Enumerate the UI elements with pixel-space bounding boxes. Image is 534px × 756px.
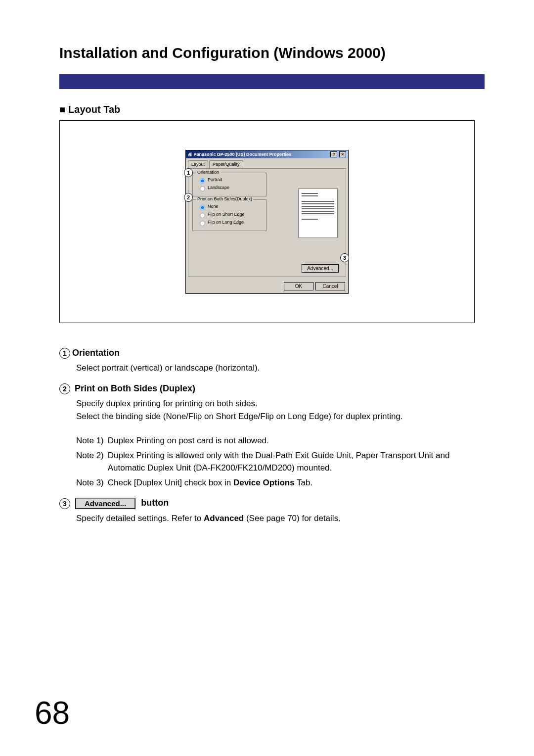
section-3-body-b: (See page 70) for details.	[244, 514, 341, 523]
callout-1: 1	[184, 168, 193, 177]
note-3-a: Check [Duplex Unit] check box in	[108, 478, 233, 487]
tab-paper-quality[interactable]: Paper/Quality	[209, 160, 243, 168]
section-3-body-bold: Advanced	[204, 514, 244, 523]
section-3-body-a: Specify detailed settings. Refer to	[76, 514, 204, 523]
duplex-legend: Print on Both Sides(Duplex)	[196, 196, 254, 201]
section-divider	[59, 74, 485, 89]
landscape-label: Landscape	[208, 185, 229, 190]
circle-3: 3	[59, 498, 70, 509]
none-label: None	[208, 204, 219, 209]
radio-flip-short[interactable]: Flip on Short Edge	[197, 211, 262, 219]
section-2-title: Print on Both Sides (Duplex)	[72, 383, 195, 393]
subhead: ■Layout Tab	[59, 104, 485, 115]
section-1-title: Orientation	[72, 348, 120, 358]
note-3-bold: Device Options	[233, 478, 295, 487]
note-2: Note 2) Duplex Printing is allowed only …	[76, 449, 485, 474]
section-2-body1: Specify duplex printing for printing on …	[76, 397, 485, 410]
tab-panel-layout: Orientation Portrait Landscape Print on …	[188, 168, 346, 277]
note-1-text: Duplex Printing on post card is not allo…	[108, 434, 485, 447]
flip-short-label: Flip on Short Edge	[208, 212, 245, 217]
portrait-label: Portrait	[208, 177, 222, 182]
dialog-title-text: Panasonic DP-2500 (US) Document Properti…	[194, 152, 292, 157]
flip-long-label: Flip on Long Edge	[208, 220, 244, 225]
circle-1: 1	[59, 348, 70, 359]
properties-dialog: 🖨 Panasonic DP-2500 (US) Document Proper…	[185, 150, 349, 294]
radio-none[interactable]: None	[197, 203, 262, 211]
section-3-title-suffix: button	[138, 498, 169, 508]
note-3-b: Tab.	[295, 478, 313, 487]
page-number: 68	[35, 695, 70, 731]
orientation-group: Orientation Portrait Landscape	[192, 173, 267, 196]
note-3: Note 3) Check [Duplex Unit] check box in…	[76, 476, 485, 489]
ok-button[interactable]: OK	[284, 282, 313, 290]
screenshot-frame: 🖨 Panasonic DP-2500 (US) Document Proper…	[59, 120, 475, 323]
duplex-group: Print on Both Sides(Duplex) None Flip on…	[192, 199, 267, 231]
note-1-label: Note 1)	[76, 434, 104, 447]
radio-portrait[interactable]: Portrait	[197, 176, 262, 184]
note-3-text: Check [Duplex Unit] check box in Device …	[108, 476, 485, 489]
section-3-head: 3Advanced... button	[59, 498, 485, 509]
callout-3: 3	[340, 253, 349, 262]
dialog-button-bar: OK Cancel	[186, 279, 348, 293]
section-2-head: 2 Print on Both Sides (Duplex)	[59, 383, 485, 394]
orientation-legend: Orientation	[196, 170, 221, 175]
note-1: Note 1) Duplex Printing on post card is …	[76, 434, 485, 447]
cancel-button[interactable]: Cancel	[315, 282, 345, 290]
callout-2: 2	[184, 193, 193, 202]
dialog-titlebar: 🖨 Panasonic DP-2500 (US) Document Proper…	[186, 150, 348, 158]
close-icon[interactable]: ×	[339, 151, 346, 157]
section-2-body2: Select the binding side (None/Flip on Sh…	[76, 410, 485, 423]
note-2-text: Duplex Printing is allowed only with the…	[108, 449, 485, 474]
note-3-label: Note 3)	[76, 476, 104, 489]
help-icon[interactable]: ?	[330, 151, 337, 157]
advanced-inline-button: Advanced...	[75, 498, 135, 509]
printer-icon: 🖨 Panasonic DP-2500 (US) Document Proper…	[188, 152, 291, 157]
square-bullet-icon: ■	[59, 104, 65, 115]
section-3-body: Specify detailed settings. Refer to Adva…	[76, 512, 485, 525]
tab-layout[interactable]: Layout	[188, 160, 208, 168]
page-title: Installation and Configuration (Windows …	[59, 45, 485, 61]
section-1-body: Select portrait (vertical) or landscape …	[76, 362, 485, 375]
page-preview	[298, 189, 338, 238]
tab-strip: Layout Paper/Quality	[186, 158, 348, 168]
radio-flip-long[interactable]: Flip on Long Edge	[197, 219, 262, 227]
note-2-label: Note 2)	[76, 449, 104, 474]
radio-landscape[interactable]: Landscape	[197, 184, 262, 192]
advanced-button[interactable]: Advanced...	[302, 264, 339, 273]
section-1-head: 1Orientation	[59, 348, 485, 359]
circle-2: 2	[59, 383, 70, 394]
subhead-text: Layout Tab	[68, 104, 120, 115]
